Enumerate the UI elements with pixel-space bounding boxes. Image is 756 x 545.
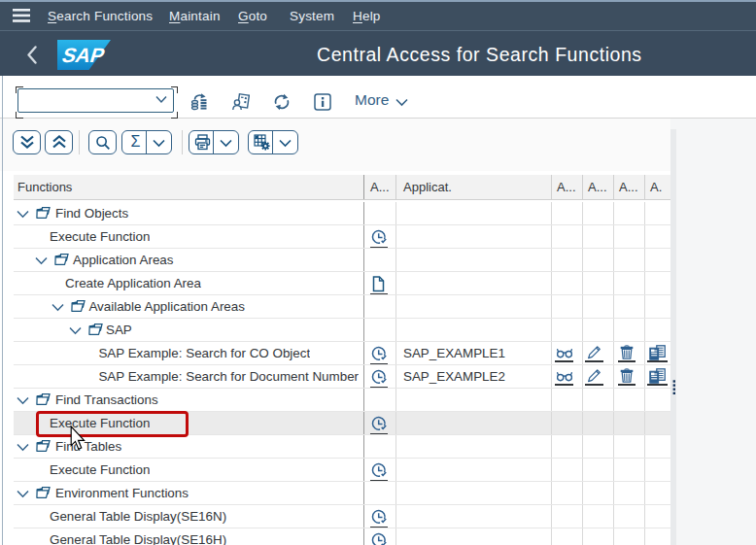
svg-text:SAP: SAP xyxy=(59,44,108,66)
